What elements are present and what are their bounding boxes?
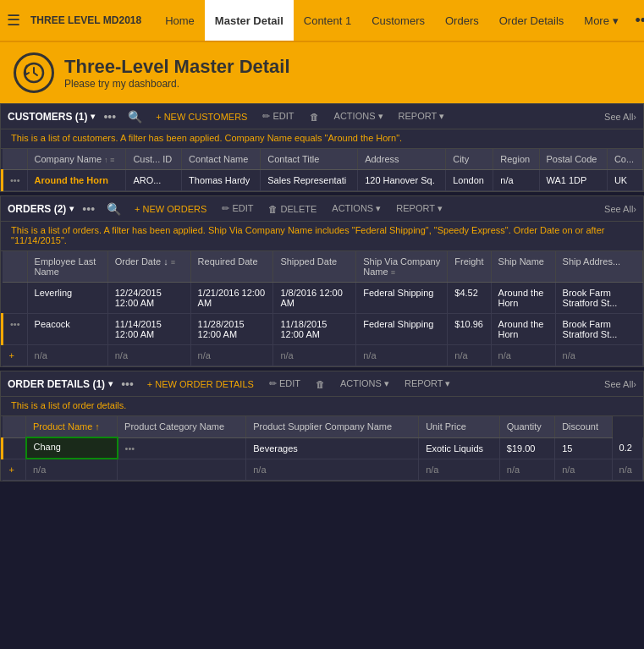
orders-col-freight[interactable]: Freight: [448, 251, 491, 283]
nav-master-detail[interactable]: Master Detail: [205, 0, 294, 41]
orders-col-order-date[interactable]: Order Date ↓ ≡: [107, 251, 190, 283]
cell-contact-title: Sales Representati: [261, 170, 358, 191]
orders-new-btn[interactable]: + NEW ORDERS: [129, 202, 212, 216]
col-contact-name[interactable]: Contact Name: [182, 149, 261, 170]
od-col-quantity[interactable]: Quantity: [499, 416, 554, 437]
col-region[interactable]: Region: [493, 149, 539, 170]
nav-order-details[interactable]: Order Details: [489, 0, 575, 41]
orders-row1-select: [3, 283, 28, 314]
orders-actions-btn[interactable]: ACTIONS ▾: [327, 201, 386, 216]
nav-home[interactable]: Home: [155, 0, 205, 41]
order-details-add-row[interactable]: + n/a n/a n/a n/a n/a n/a: [3, 459, 643, 481]
customers-edit-btn[interactable]: ✏ EDIT: [257, 109, 299, 124]
od-col-product-name[interactable]: Product Name ↑: [26, 416, 118, 437]
order-details-row-1[interactable]: Chang ••• Beverages Exotic Liquids $19.0…: [3, 437, 643, 459]
orders-row2-required-date: 11/28/2015 12:00 AM: [190, 314, 273, 345]
orders-row1-ship-address: Brook Farm Stratford St...: [555, 283, 642, 314]
orders-row-2[interactable]: ••• Peacock 11/14/2015 12:00 AM 11/28/20…: [3, 314, 643, 345]
col-contact-title[interactable]: Contact Title: [261, 149, 358, 170]
hamburger-icon[interactable]: ☰: [7, 11, 20, 30]
od-col-unit-price[interactable]: Unit Price: [419, 416, 500, 437]
col-city[interactable]: City: [446, 149, 493, 170]
orders-table-scroll[interactable]: Employee Last Name Order Date ↓ ≡ Requir…: [1, 251, 643, 366]
orders-row1-freight: $4.52: [448, 283, 491, 314]
orders-section: ORDERS (2) ▾ ••• 🔍 + NEW ORDERS ✏ EDIT 🗑…: [0, 195, 644, 367]
col-company-name[interactable]: Company Name ↑ ≡: [27, 149, 126, 170]
orders-filter-notice: This is a list of orders. A filter has b…: [1, 222, 643, 251]
nav-orders[interactable]: Orders: [435, 0, 489, 41]
cell-address: 120 Hanover Sq.: [358, 170, 446, 191]
customers-table-scroll[interactable]: Company Name ↑ ≡ Cust... ID Contact Name…: [1, 149, 643, 191]
orders-row1-employee: Leverling: [27, 283, 107, 314]
orders-col-ship-address[interactable]: Ship Addres...: [555, 251, 642, 283]
customers-header-row: Company Name ↑ ≡ Cust... ID Contact Name…: [3, 149, 643, 170]
order-details-chevron[interactable]: ▾: [108, 379, 113, 388]
orders-col-required-date[interactable]: Required Date: [190, 251, 273, 283]
order-details-delete-btn[interactable]: 🗑: [311, 377, 330, 391]
orders-report-btn[interactable]: REPORT ▾: [391, 201, 448, 216]
nav-content1[interactable]: Content 1: [294, 0, 361, 41]
customers-toolbar: CUSTOMERS (1) ▾ ••• 🔍 + NEW CUSTOMERS ✏ …: [1, 104, 643, 129]
orders-col-employee[interactable]: Employee Last Name: [27, 251, 107, 283]
orders-col-shipped-date[interactable]: Shipped Date: [273, 251, 356, 283]
col-select: [3, 149, 28, 170]
customers-dots[interactable]: •••: [100, 110, 119, 124]
orders-toolbar: ORDERS (2) ▾ ••• 🔍 + NEW ORDERS ✏ EDIT 🗑…: [1, 196, 643, 222]
col-cust-id[interactable]: Cust... ID: [126, 149, 182, 170]
orders-row-1[interactable]: Leverling 12/24/2015 12:00 AM 1/21/2016 …: [3, 283, 643, 314]
od-col-category-name[interactable]: Product Category Name: [118, 416, 246, 437]
customers-row[interactable]: ••• Around the Horn ARO... Thomas Hardy …: [3, 170, 643, 191]
orders-col-ship-via[interactable]: Ship Via Company Name ≡: [356, 251, 448, 283]
od-row1-discount: 0.2: [612, 437, 642, 459]
nav-more[interactable]: More ▾: [574, 0, 628, 41]
od-row1-supplier: Exotic Liquids: [419, 437, 500, 459]
top-nav: ☰ THREE LEVEL MD2018 Home Master Detail …: [0, 0, 644, 41]
header-subtitle: Please try my dashboard.: [64, 78, 290, 90]
orders-delete-btn[interactable]: 🗑 DELETE: [263, 202, 322, 216]
orders-dots[interactable]: •••: [79, 202, 98, 216]
orders-row2-ship-name: Around the Horn: [491, 314, 555, 345]
customers-see-all[interactable]: See All ›: [604, 112, 636, 122]
orders-see-all[interactable]: See All ›: [604, 204, 636, 214]
od-add-icon[interactable]: +: [3, 459, 26, 481]
order-details-actions-btn[interactable]: ACTIONS ▾: [335, 377, 394, 391]
od-col-supplier[interactable]: Product Supplier Company Name: [246, 416, 419, 437]
orders-row2-dots[interactable]: •••: [3, 314, 28, 345]
customers-delete-btn[interactable]: 🗑: [305, 110, 324, 124]
customers-report-btn[interactable]: REPORT ▾: [394, 109, 450, 124]
orders-chevron[interactable]: ▾: [69, 204, 74, 213]
header-banner: Three-Level Master Detail Please try my …: [0, 41, 644, 103]
customers-new-btn[interactable]: + NEW CUSTOMERS: [151, 110, 252, 124]
orders-search-icon[interactable]: 🔍: [103, 202, 124, 216]
col-postal-code[interactable]: Postal Code: [539, 149, 607, 170]
order-details-edit-btn[interactable]: ✏ EDIT: [264, 377, 305, 391]
orders-row2-ship-via: Federal Shipping: [356, 314, 448, 345]
col-address[interactable]: Address: [358, 149, 446, 170]
row-dots-cell[interactable]: •••: [3, 170, 28, 191]
od-row1-select: [3, 437, 26, 459]
order-details-dots[interactable]: •••: [118, 377, 137, 391]
orders-row1-ship-via: Federal Shipping: [356, 283, 448, 314]
od-row1-product-name[interactable]: Chang: [26, 437, 118, 459]
cell-postal-code: WA1 1DP: [539, 170, 607, 191]
orders-edit-btn[interactable]: ✏ EDIT: [217, 201, 258, 216]
cell-company-name: Around the Horn: [27, 170, 126, 191]
od-row1-dots[interactable]: •••: [118, 437, 246, 459]
customers-chevron[interactable]: ▾: [91, 112, 95, 121]
nav-customers[interactable]: Customers: [361, 0, 435, 41]
nav-ellipsis[interactable]: •••: [629, 12, 644, 30]
orders-add-icon[interactable]: +: [3, 345, 28, 366]
customers-search-icon[interactable]: 🔍: [124, 110, 146, 124]
orders-row2-ship-address: Brook Farm Stratford St...: [555, 314, 642, 345]
orders-add-row[interactable]: + n/a n/a n/a n/a n/a n/a n/a n/a: [3, 345, 643, 366]
order-details-table-scroll[interactable]: Product Name ↑ Product Category Name Pro…: [1, 416, 643, 481]
orders-row1-shipped-date: 1/8/2016 12:00 AM: [273, 283, 356, 314]
order-details-new-btn[interactable]: + NEW ORDER DETAILS: [142, 377, 259, 391]
orders-col-ship-name[interactable]: Ship Name: [491, 251, 555, 283]
od-col-discount[interactable]: Discount: [555, 416, 612, 437]
order-details-report-btn[interactable]: REPORT ▾: [399, 377, 456, 391]
orders-row1-required-date: 1/21/2016 12:00 AM: [190, 283, 273, 314]
order-details-see-all[interactable]: See All ›: [604, 379, 636, 389]
col-country[interactable]: Co...: [607, 149, 642, 170]
customers-actions-btn[interactable]: ACTIONS ▾: [329, 109, 388, 124]
